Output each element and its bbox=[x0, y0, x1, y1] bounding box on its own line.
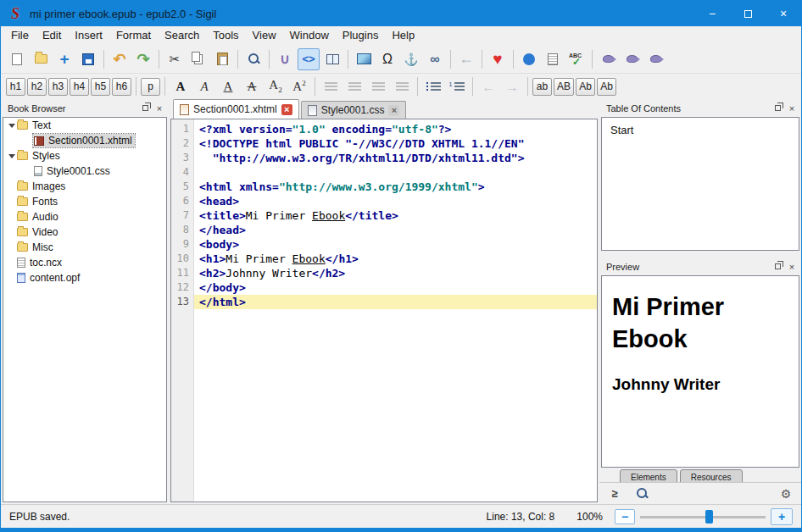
preview-float-button[interactable] bbox=[771, 261, 783, 273]
open-file-button[interactable] bbox=[30, 48, 52, 70]
italic-button[interactable]: A bbox=[193, 75, 215, 97]
menu-search[interactable]: Search bbox=[158, 26, 206, 45]
tab-close-icon[interactable]: × bbox=[388, 105, 399, 116]
copy-button[interactable] bbox=[187, 48, 209, 70]
close-button[interactable]: × bbox=[766, 1, 801, 26]
superscript-button[interactable]: A2 bbox=[288, 75, 310, 97]
toc-float-button[interactable] bbox=[771, 103, 783, 114]
tree-item-misc[interactable]: Misc bbox=[3, 240, 166, 255]
code-editor[interactable]: 12345678910111213 <?xml version="1.0" en… bbox=[170, 119, 598, 502]
insert-link-button[interactable]: ∞ bbox=[424, 48, 446, 70]
inspect-search-button[interactable] bbox=[633, 485, 650, 502]
mend-code-3-button[interactable] bbox=[644, 48, 666, 70]
heading-h2-button[interactable]: h2 bbox=[27, 78, 47, 96]
zoom-slider-handle[interactable] bbox=[705, 510, 713, 524]
case-capitalize-button[interactable]: Ab bbox=[597, 78, 616, 96]
tree-item-section0001-xhtml[interactable]: Section0001.xhtml bbox=[3, 133, 166, 148]
tab-close-icon[interactable]: × bbox=[281, 104, 292, 115]
tree-item-content-opf[interactable]: content.opf bbox=[3, 270, 166, 285]
new-file-button[interactable] bbox=[6, 48, 28, 70]
add-existing-file-button[interactable]: + bbox=[53, 48, 75, 70]
menu-help[interactable]: Help bbox=[385, 26, 421, 45]
back-button[interactable]: ← bbox=[455, 48, 477, 70]
tree-item-text[interactable]: Text bbox=[3, 118, 166, 133]
menu-file[interactable]: File bbox=[4, 26, 36, 45]
code-view-button[interactable]: <> bbox=[298, 48, 320, 70]
tree-item-styles[interactable]: Styles bbox=[3, 148, 166, 163]
mend-code-2-button[interactable] bbox=[621, 48, 643, 70]
tree-item-images[interactable]: Images bbox=[3, 179, 166, 194]
align-center-button[interactable] bbox=[343, 75, 365, 97]
heading-h3-button[interactable]: h3 bbox=[48, 78, 68, 96]
find-replace-button[interactable] bbox=[242, 48, 265, 70]
metadata-info-button[interactable] bbox=[518, 48, 540, 70]
heading-h4-button[interactable]: h4 bbox=[70, 78, 89, 96]
align-right-button[interactable] bbox=[367, 75, 389, 97]
tree-item-fonts[interactable]: Fonts bbox=[3, 194, 166, 209]
toc-close-button[interactable]: × bbox=[786, 103, 798, 114]
validate-button[interactable]: ≥ bbox=[606, 485, 623, 502]
save-button[interactable] bbox=[77, 48, 99, 70]
maximize-button[interactable] bbox=[730, 1, 766, 26]
zoom-slider[interactable] bbox=[640, 509, 766, 524]
preview-close-button[interactable]: × bbox=[786, 261, 798, 273]
bottom-tab-elements[interactable]: Elements bbox=[620, 469, 677, 482]
align-left-button[interactable] bbox=[320, 75, 342, 97]
insert-image-button[interactable] bbox=[353, 48, 375, 70]
bullet-list-button[interactable] bbox=[422, 75, 444, 97]
case-lowercase-button[interactable]: ab bbox=[532, 78, 552, 96]
expander-icon[interactable] bbox=[7, 124, 16, 128]
heading-h5-button[interactable]: h5 bbox=[91, 78, 110, 96]
code-area[interactable]: <?xml version="1.0" encoding="utf-8"?><!… bbox=[194, 119, 597, 502]
redo-button[interactable]: ↷ bbox=[132, 48, 154, 70]
case-uppercase-button[interactable]: AB bbox=[554, 78, 574, 96]
strikethrough-button[interactable]: A bbox=[241, 75, 263, 97]
heading-h1-button[interactable]: h1 bbox=[6, 78, 25, 96]
tree-item-audio[interactable]: Audio bbox=[3, 209, 166, 224]
minimize-button[interactable]: − bbox=[694, 1, 730, 26]
settings-button[interactable]: ⚙ bbox=[777, 485, 794, 502]
metadata-editor-button[interactable] bbox=[542, 48, 564, 70]
cut-button[interactable]: ✂ bbox=[164, 48, 186, 70]
menu-tools[interactable]: Tools bbox=[206, 26, 245, 45]
align-justify-button[interactable] bbox=[391, 75, 413, 97]
book-browser-float-button[interactable] bbox=[139, 103, 151, 114]
zoom-out-button[interactable]: − bbox=[615, 509, 635, 524]
insert-id-button[interactable]: ⚓ bbox=[400, 48, 422, 70]
heading-h6-button[interactable]: h6 bbox=[112, 78, 131, 96]
paste-button[interactable] bbox=[211, 48, 233, 70]
undo-button[interactable]: ↶ bbox=[109, 48, 131, 70]
spellcheck-button[interactable] bbox=[565, 48, 588, 70]
tab-style0001-css[interactable]: Style0001.css× bbox=[301, 101, 407, 119]
menu-edit[interactable]: Edit bbox=[36, 26, 68, 45]
numbered-list-button[interactable] bbox=[446, 75, 468, 97]
mend-code-1-button[interactable] bbox=[597, 48, 619, 70]
book-browser-close-button[interactable]: × bbox=[153, 103, 165, 114]
zoom-in-button[interactable]: + bbox=[771, 508, 793, 525]
menu-insert[interactable]: Insert bbox=[68, 26, 109, 45]
bottom-tab-resources[interactable]: Resources bbox=[680, 469, 743, 482]
menu-view[interactable]: View bbox=[246, 26, 283, 45]
book-view-button[interactable]: ∪ bbox=[274, 48, 296, 70]
donate-button[interactable]: ♥ bbox=[487, 48, 509, 70]
indent-increase-button[interactable]: → bbox=[501, 75, 523, 97]
subscript-button[interactable]: A2 bbox=[265, 75, 287, 97]
tree-item-toc-ncx[interactable]: toc.ncx bbox=[3, 255, 166, 270]
case-titlecase-button[interactable]: Ab bbox=[576, 78, 595, 96]
menu-window[interactable]: Window bbox=[283, 26, 336, 45]
bold-button[interactable]: A bbox=[170, 75, 192, 97]
underline-button[interactable]: A bbox=[217, 75, 239, 97]
paragraph-button[interactable]: p bbox=[141, 78, 160, 96]
expander-icon[interactable] bbox=[7, 154, 16, 158]
indent-decrease-button[interactable]: ← bbox=[477, 75, 499, 97]
tree-item-style0001-css[interactable]: Style0001.css bbox=[3, 163, 166, 179]
split-view-button[interactable] bbox=[321, 48, 343, 70]
toc-entry-start[interactable]: Start bbox=[609, 123, 792, 137]
menu-plugins[interactable]: Plugins bbox=[336, 26, 386, 45]
menu-format[interactable]: Format bbox=[109, 26, 158, 45]
tab-section0001-xhtml[interactable]: Section0001.xhtml× bbox=[173, 99, 299, 119]
insert-special-character-button[interactable]: Ω bbox=[376, 48, 398, 70]
tree-item-video[interactable]: Video bbox=[3, 224, 166, 240]
toolbar-separator bbox=[527, 77, 528, 96]
right-dock-column: Table Of Contents × Start Preview × Mi P… bbox=[599, 99, 801, 504]
